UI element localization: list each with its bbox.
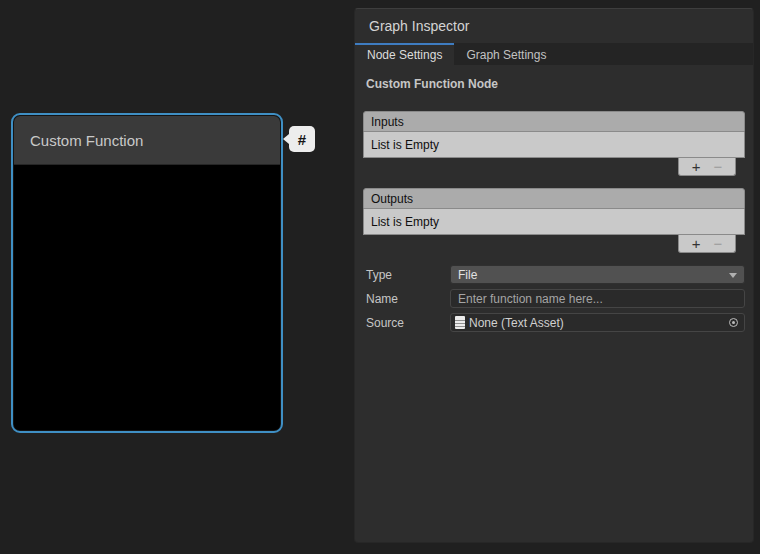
name-field-row: Name: [363, 289, 745, 308]
inputs-list: Inputs List is Empty + −: [363, 111, 745, 176]
node-title-bar: Custom Function: [14, 116, 280, 165]
badge-tail-icon: [283, 134, 289, 144]
outputs-list-header: Outputs: [363, 188, 745, 209]
inspector-tab-bar: Node Settings Graph Settings: [355, 43, 753, 65]
inputs-list-header: Inputs: [363, 111, 745, 132]
name-label: Name: [363, 292, 450, 306]
inputs-list-header-label: Inputs: [371, 115, 404, 129]
inspector-titlebar[interactable]: Graph Inspector: [355, 9, 753, 43]
custom-function-node[interactable]: Custom Function: [11, 113, 283, 433]
source-field-row: Source None (Text Asset): [363, 313, 745, 332]
node-frame: Custom Function: [14, 116, 280, 430]
type-field-row: Type File: [363, 265, 745, 284]
outputs-remove-button[interactable]: −: [713, 237, 722, 251]
inputs-add-button[interactable]: +: [692, 160, 701, 174]
chevron-down-icon: [729, 273, 737, 278]
inspector-title: Graph Inspector: [369, 18, 469, 34]
node-settings-hash-badge[interactable]: #: [289, 126, 315, 152]
type-label: Type: [363, 268, 450, 282]
tab-node-settings-label: Node Settings: [367, 48, 442, 62]
outputs-list: Outputs List is Empty + −: [363, 188, 745, 253]
picker-dot: [732, 321, 735, 324]
picker-circle: [729, 318, 738, 327]
outputs-list-empty-row: List is Empty: [363, 209, 745, 235]
inputs-remove-button[interactable]: −: [713, 160, 722, 174]
inputs-empty-label: List is Empty: [371, 138, 439, 152]
source-label: Source: [363, 316, 450, 330]
source-object-field[interactable]: None (Text Asset): [450, 313, 745, 332]
type-dropdown-value: File: [458, 268, 477, 282]
graph-inspector-panel: Graph Inspector Node Settings Graph Sett…: [354, 8, 754, 543]
tab-graph-settings[interactable]: Graph Settings: [454, 43, 558, 65]
node-body: [14, 165, 280, 430]
tab-node-settings[interactable]: Node Settings: [355, 43, 454, 65]
source-object-value: None (Text Asset): [469, 316, 725, 330]
outputs-list-footer: + −: [363, 235, 745, 253]
inspector-content: Custom Function Node Inputs List is Empt…: [355, 65, 753, 542]
hash-icon: #: [298, 131, 306, 148]
text-asset-icon: [455, 316, 465, 329]
outputs-empty-label: List is Empty: [371, 215, 439, 229]
type-dropdown[interactable]: File: [450, 265, 745, 284]
outputs-add-button[interactable]: +: [692, 237, 701, 251]
property-fields: Type File Name Source None (Text Asset): [363, 265, 745, 332]
outputs-footer-bar: + −: [678, 235, 736, 253]
outputs-list-header-label: Outputs: [371, 192, 413, 206]
inputs-list-footer: + −: [363, 158, 745, 176]
inputs-list-empty-row: List is Empty: [363, 132, 745, 158]
object-picker-icon[interactable]: [725, 315, 741, 331]
graph-canvas[interactable]: Custom Function #: [0, 0, 352, 554]
inputs-footer-bar: + −: [678, 158, 736, 176]
node-title: Custom Function: [30, 132, 143, 149]
section-heading: Custom Function Node: [363, 77, 745, 91]
tab-graph-settings-label: Graph Settings: [466, 48, 546, 62]
function-name-input[interactable]: [450, 289, 745, 308]
